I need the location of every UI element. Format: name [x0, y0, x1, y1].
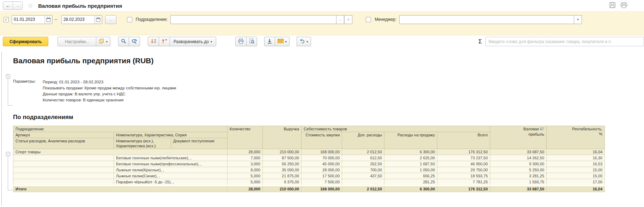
- cell-revenue[interactable]: 210 000,00: [263, 149, 302, 155]
- cell-selling-expenses[interactable]: 6 300,00: [384, 149, 437, 155]
- manager-input[interactable]: [399, 15, 574, 24]
- send-email-button[interactable]: ▾: [275, 37, 290, 46]
- column-header-gross-profit[interactable]: Валовая прибыль: [490, 126, 547, 149]
- column-header-expense-item[interactable]: Статья расходов, Аналитика расходов: [13, 138, 114, 149]
- cell-quantity[interactable]: 28,000: [227, 149, 263, 155]
- cell-selling-expenses[interactable]: 2 625,00: [384, 155, 437, 161]
- period-more-button[interactable]: ...: [105, 15, 116, 24]
- forward-button[interactable]: →: [13, 2, 22, 10]
- cell-selling-expenses[interactable]: 281,25: [384, 179, 437, 186]
- table-row[interactable]: Лыжные палки(Синие), ,5,00021 875,0017 5…: [13, 173, 605, 179]
- column-header-profitability[interactable]: Рентабельность, %: [547, 126, 605, 149]
- column-header-quantity[interactable]: Количество: [227, 126, 263, 149]
- cell-profitability[interactable]: 16,53: [547, 161, 605, 167]
- cell-profitability[interactable]: 16,04: [547, 185, 605, 192]
- department-clear-button[interactable]: ×: [344, 15, 352, 24]
- cell-gross-profit[interactable]: 33 687,50: [490, 185, 547, 192]
- column-header-revenue[interactable]: Выручка: [263, 126, 302, 149]
- column-header-nomenclature[interactable]: Номенклатура, Характеристика, Серия: [114, 132, 227, 138]
- cell-quantity[interactable]: 8,000: [227, 167, 263, 173]
- quick-filter-input[interactable]: [485, 37, 644, 46]
- manager-dropdown-button[interactable]: ▾: [574, 15, 582, 24]
- cell-quantity[interactable]: 5,000: [227, 179, 263, 186]
- cell-empty[interactable]: [13, 179, 114, 186]
- date-from-input[interactable]: [12, 17, 44, 22]
- cell-total[interactable]: 73 237,50: [437, 155, 490, 161]
- cell-profitability[interactable]: 15,00: [547, 173, 605, 179]
- cell-purchase-cost[interactable]: 70 000,00: [302, 155, 342, 161]
- settings-button[interactable]: Настройки...: [57, 37, 96, 46]
- save-icon[interactable]: [609, 2, 615, 9]
- cell-profitability[interactable]: 17,00: [547, 179, 605, 186]
- undo-button[interactable]: ▾: [297, 37, 311, 46]
- cell-extra-expenses[interactable]: [342, 179, 384, 186]
- cell-quantity[interactable]: 3,000: [227, 161, 263, 167]
- manager-checkbox[interactable]: [366, 17, 371, 22]
- cell-nomenclature[interactable]: Беговые гоночные лыжи(любительские), ,: [114, 155, 227, 161]
- department-more-button[interactable]: ...: [336, 15, 344, 24]
- report-variants-button[interactable]: ▾: [96, 37, 110, 46]
- save-file-button[interactable]: [264, 37, 275, 46]
- table-row[interactable]: Беговые гоночные лыжи(профессиональные),…: [13, 161, 605, 167]
- collapse-group-button[interactable]: −: [6, 152, 10, 156]
- table-row[interactable]: Беговые гоночные лыжи(любительские), ,7,…: [13, 155, 605, 161]
- generate-button[interactable]: Сформировать: [3, 37, 48, 46]
- total-row[interactable]: Итого 28,000 210 000,00 168 000,00 2 012…: [13, 185, 605, 192]
- cell-extra-expenses[interactable]: 612,50: [342, 155, 384, 161]
- cell-gross-profit[interactable]: 3 281,25: [490, 173, 547, 179]
- cell-revenue[interactable]: 56 250,00: [263, 161, 302, 167]
- cell-total[interactable]: 176 312,50: [437, 185, 490, 192]
- column-header-extra-expenses[interactable]: Доп. расходы: [342, 132, 384, 149]
- collapse-rows-button[interactable]: [159, 37, 170, 46]
- cell-total[interactable]: 46 950,00: [437, 161, 490, 167]
- calendar-icon[interactable]: [44, 16, 52, 24]
- period-checkbox[interactable]: ✓: [4, 17, 9, 22]
- cell-gross-profit[interactable]: 1 593,75: [490, 179, 547, 186]
- column-header-selling-expenses[interactable]: Расходы на продажу: [384, 132, 437, 149]
- cell-empty[interactable]: [13, 167, 114, 173]
- cell-quantity[interactable]: 7,000: [227, 155, 263, 161]
- cell-profitability[interactable]: 16,04: [547, 149, 605, 155]
- cell-total[interactable]: 7 781,25: [437, 179, 490, 186]
- group-name-cell[interactable]: Спорт товары: [13, 149, 227, 155]
- cell-revenue[interactable]: 210 000,00: [263, 185, 302, 192]
- cell-purchase-cost[interactable]: 17 500,00: [302, 173, 342, 179]
- collapse-report-header-button[interactable]: −: [6, 74, 10, 78]
- cell-nomenclature[interactable]: Парафин чёрный(от -5 до -15), ,: [114, 179, 227, 186]
- group-row[interactable]: Спорт товары 28,000 210 000,00 168 000,0…: [13, 149, 605, 155]
- table-row[interactable]: Лыжные палки(Красные), ,8,00035 000,0028…: [13, 167, 605, 173]
- cell-revenue[interactable]: 9 375,00: [263, 179, 302, 186]
- cell-gross-profit[interactable]: 14 262,50: [490, 155, 547, 161]
- column-header-total[interactable]: Всего: [437, 132, 490, 149]
- cell-purchase-cost[interactable]: 45 000,00: [302, 161, 342, 167]
- cell-selling-expenses[interactable]: 656,25: [384, 173, 437, 179]
- expand-to-button[interactable]: Разворачивать до ▾: [170, 37, 216, 46]
- column-header-purchase-cost[interactable]: Стоимость закупки: [302, 132, 342, 149]
- cell-nomenclature[interactable]: Лыжные палки(Синие), ,: [114, 173, 227, 179]
- cell-revenue[interactable]: 21 875,00: [263, 173, 302, 179]
- print-preview-button[interactable]: [246, 37, 257, 46]
- favorite-star-icon[interactable]: ☆: [28, 2, 33, 9]
- cell-selling-expenses[interactable]: 1 687,50: [384, 161, 437, 167]
- print-icon-titlebar[interactable]: [620, 2, 631, 9]
- cell-empty[interactable]: [13, 155, 114, 161]
- table-row[interactable]: Парафин чёрный(от -5 до -15), ,5,0009 37…: [13, 179, 605, 186]
- cell-empty[interactable]: [13, 161, 114, 167]
- column-header-cost-group[interactable]: Себестоимость товаров: [302, 126, 490, 132]
- cell-purchase-cost[interactable]: 28 000,00: [302, 167, 342, 173]
- column-header-receipt-doc[interactable]: Документ поступления: [171, 138, 227, 149]
- cell-selling-expenses[interactable]: 6 300,00: [384, 185, 437, 192]
- cell-selling-expenses[interactable]: 1 050,00: [384, 167, 437, 173]
- cell-gross-profit[interactable]: 33 687,50: [490, 149, 547, 155]
- total-label-cell[interactable]: Итого: [13, 185, 227, 192]
- cell-profitability[interactable]: 16,30: [547, 155, 605, 161]
- search-next-button[interactable]: [129, 37, 140, 46]
- cell-revenue[interactable]: 87 500,00: [263, 155, 302, 161]
- cell-total[interactable]: 176 312,50: [437, 149, 490, 155]
- cell-profitability[interactable]: 15,00: [547, 167, 605, 173]
- column-header-articul[interactable]: Артикул: [13, 132, 114, 138]
- cell-total[interactable]: 18 593,75: [437, 173, 490, 179]
- expand-rows-button[interactable]: [148, 37, 159, 46]
- back-button[interactable]: ←: [3, 2, 13, 10]
- cell-purchase-cost[interactable]: 168 000,00: [302, 185, 342, 192]
